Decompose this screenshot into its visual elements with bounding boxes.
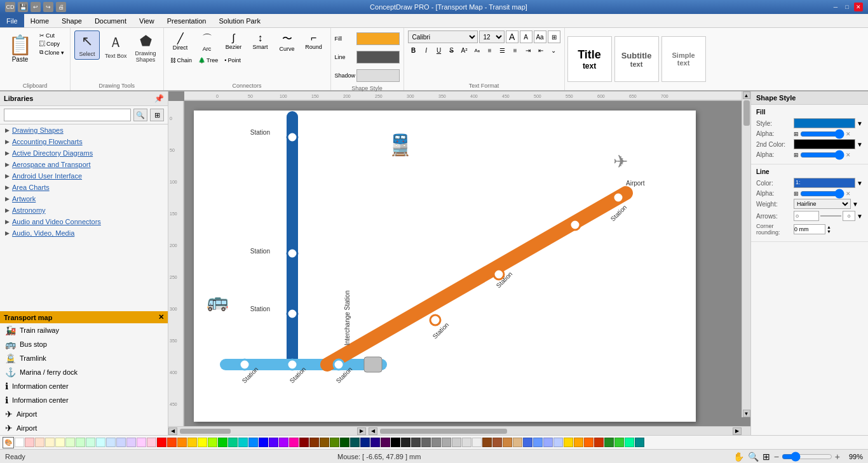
menu-view[interactable]: View	[133, 14, 161, 27]
palette-color-very-light-gray[interactable]	[462, 438, 471, 447]
select-button[interactable]: ↖ Select	[74, 30, 100, 60]
palette-color-very-dark[interactable]	[401, 438, 410, 447]
shadow-box[interactable]	[356, 69, 400, 82]
palette-color-royal-blue[interactable]	[523, 438, 532, 447]
horizontal-scrollbar[interactable]: ◀ ▶ ◀ ▶	[168, 426, 750, 435]
maximize-btn[interactable]: □	[843, 3, 851, 11]
italic-button[interactable]: I	[421, 44, 432, 56]
palette-color-mid-gray[interactable]	[431, 438, 441, 447]
text-box-button[interactable]: Ａ Text Box	[102, 30, 130, 62]
cut-button[interactable]: ✂ Cut	[37, 32, 66, 39]
font-aa-button[interactable]: Aa	[534, 30, 546, 43]
direct-button[interactable]: ╱ Direct	[168, 30, 193, 54]
palette-color-rust[interactable]	[594, 438, 604, 447]
chain-button[interactable]: ⛓ Chain	[168, 55, 195, 65]
palette-color-10[interactable]	[116, 438, 126, 447]
outdent-button[interactable]: ⇤	[535, 44, 546, 56]
palette-color-11[interactable]	[126, 438, 136, 447]
menu-document[interactable]: Document	[88, 14, 133, 27]
palette-color-12[interactable]	[137, 438, 146, 447]
palette-color-pure-blue[interactable]	[259, 438, 268, 447]
palette-color-1[interactable]	[25, 438, 34, 447]
minimize-btn[interactable]: ─	[831, 3, 840, 11]
palette-color-orange-red[interactable]	[167, 438, 177, 447]
arrows-right[interactable]: ○	[843, 211, 855, 221]
lib-item-area-charts[interactable]: ▶ Area Charts	[0, 182, 168, 193]
align-right-button[interactable]: ≡	[510, 44, 521, 56]
lib-item-audio-video[interactable]: ▶ Audio and Video Connectors	[0, 216, 168, 227]
transport-airport-1[interactable]: ✈ Airport	[0, 407, 168, 421]
round-button[interactable]: ⌐ Round	[301, 30, 327, 54]
quick-access-save[interactable]: 💾	[18, 2, 28, 12]
hscroll-thumb[interactable]	[180, 429, 231, 434]
lib-item-active-directory[interactable]: ▶ Active Directory Diagrams	[0, 147, 168, 159]
palette-color-peru[interactable]	[503, 438, 512, 447]
palette-color-deep-orange[interactable]	[584, 438, 593, 447]
font-family-select[interactable]: Calibri	[408, 30, 478, 43]
palette-color-lighter-gray[interactable]	[452, 438, 461, 447]
palette-color-bright-yellow[interactable]	[198, 438, 207, 447]
pin-icon[interactable]: 📌	[154, 94, 164, 103]
palette-color-4[interactable]	[55, 438, 65, 447]
fill-alpha-reset[interactable]: ✕	[846, 131, 851, 137]
palette-color-yellow[interactable]	[187, 438, 197, 447]
second-color-dropdown[interactable]: ▼	[857, 141, 863, 148]
drawing-canvas[interactable]: 🚆 🚌 ✈ Station Station Station	[184, 101, 742, 426]
subtitle-text-style[interactable]: Subtitle text	[614, 36, 659, 82]
arrows-dropdown[interactable]: ▼	[857, 213, 863, 220]
transport-info-1[interactable]: ℹ Information center	[0, 379, 168, 393]
palette-color-saddle-brown[interactable]	[482, 438, 492, 447]
close-transport-icon[interactable]: ✕	[158, 313, 164, 321]
lib-item-audio-video-media[interactable]: ▶ Audio, Video, Media	[0, 227, 168, 239]
scroll-right2-btn[interactable]: ▶	[733, 427, 742, 435]
scroll-right-btn[interactable]: ▶	[357, 427, 366, 435]
align-left-button[interactable]: ≡	[484, 44, 496, 56]
palette-color-indigo[interactable]	[269, 438, 278, 447]
copy-button[interactable]: ⿴ Copy	[37, 40, 66, 48]
palette-color-light-gray[interactable]	[442, 438, 451, 447]
scroll-up-btn[interactable]: ▲	[743, 91, 750, 99]
vertical-scrollbar[interactable]: ▲ ▼	[742, 91, 750, 417]
palette-color-3[interactable]	[45, 438, 55, 447]
palette-color-5[interactable]	[65, 438, 75, 447]
vscroll-thumb[interactable]	[743, 100, 750, 126]
palette-color-dark-cyan[interactable]	[635, 438, 644, 447]
fill-style-dropdown[interactable]: ▼	[857, 120, 863, 127]
more-format-button[interactable]: ⌄	[548, 44, 559, 56]
color-picker-btn[interactable]: 🎨	[3, 437, 14, 448]
palette-color-yellow-green[interactable]	[208, 438, 217, 447]
font-size-select[interactable]: 12	[479, 30, 505, 43]
transport-airport-2[interactable]: ✈ Airport	[0, 421, 168, 435]
palette-color-cyan[interactable]	[238, 438, 248, 447]
superscript-button[interactable]: A²	[459, 44, 470, 56]
drawing-shapes-button[interactable]: ⬟ DrawingShapes	[132, 30, 159, 66]
line-alpha-reset[interactable]: ✕	[846, 191, 851, 197]
palette-color-periwinkle[interactable]	[543, 438, 553, 447]
lib-item-aerospace[interactable]: ▶ Aerospace and Transport	[0, 159, 168, 170]
search-input[interactable]	[4, 109, 131, 121]
palette-color-7[interactable]	[86, 438, 95, 447]
palette-color-13[interactable]	[147, 438, 156, 447]
menu-file[interactable]: File	[0, 14, 24, 27]
canvas-area[interactable]: ▲ ▼ 0 50 100 150 200	[168, 91, 750, 435]
hscroll-thumb2[interactable]	[380, 429, 507, 434]
zoom-in-button[interactable]: +	[835, 452, 840, 462]
align-center-button[interactable]: ☰	[497, 44, 508, 56]
transport-info-2[interactable]: ℹ Information center	[0, 393, 168, 407]
palette-color-spring-green[interactable]	[625, 438, 634, 447]
tree-button[interactable]: 🌲 Tree	[196, 55, 220, 65]
line-weight-dropdown[interactable]: ▼	[852, 201, 858, 208]
palette-color-amber[interactable]	[574, 438, 583, 447]
fill-style-select[interactable]	[794, 118, 855, 128]
arc-button[interactable]: ⌒ Arc	[194, 30, 220, 54]
palette-color-cornflower[interactable]	[533, 438, 543, 447]
fill-alpha2-reset[interactable]: ✕	[846, 152, 851, 158]
palette-color-lime-green[interactable]	[614, 438, 624, 447]
palette-color-gray[interactable]	[421, 438, 431, 447]
underline-button[interactable]: U	[433, 44, 445, 56]
lib-item-android[interactable]: ▶ Android User Interface	[0, 170, 168, 182]
palette-color-lavender[interactable]	[553, 438, 563, 447]
line-color-box[interactable]: 1:	[794, 178, 855, 188]
point-button[interactable]: • Point	[222, 55, 243, 65]
menu-shape[interactable]: Shape	[55, 14, 88, 27]
